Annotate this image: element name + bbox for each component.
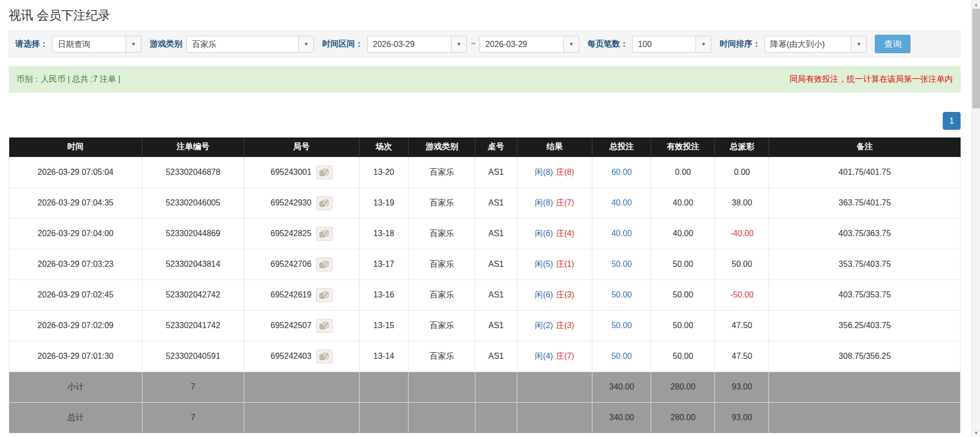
- cell-valid-bet: 40.00: [651, 188, 715, 218]
- cell-session: 13-16: [359, 280, 409, 310]
- chevron-down-icon[interactable]: ▾: [696, 36, 711, 52]
- cell-valid-bet: 50.00: [651, 341, 715, 372]
- cell-table: AS1: [475, 157, 517, 188]
- cell-round: 695242825: [244, 218, 359, 249]
- chevron-down-icon[interactable]: ▾: [851, 36, 866, 52]
- cell-round: 695243001: [244, 157, 359, 188]
- page-button-1[interactable]: 1: [943, 112, 961, 130]
- date-from-value: 2026-03-29: [368, 36, 451, 52]
- bet-record-row: 2026-03-29 07:02:45 523302042742 6952426…: [9, 280, 961, 310]
- cell-bet-id: 523302046005: [142, 188, 244, 218]
- col-game-type: 游戏类别: [409, 137, 475, 157]
- chevron-down-icon[interactable]: ▾: [298, 36, 314, 52]
- result-banker: 庄(7): [556, 352, 575, 360]
- cell-time: 2026-03-29 07:02:45: [9, 280, 142, 310]
- game-type-label: 游戏类别: [150, 39, 182, 50]
- cell-note: 403.75/353.75: [769, 280, 961, 310]
- round-number: 695243001: [271, 168, 312, 177]
- subtotal-count: 7: [142, 372, 244, 402]
- page-size-select[interactable]: 100 ▾: [632, 36, 711, 53]
- cell-result: 闲(6)庄(3): [517, 280, 592, 310]
- scrollbar-up-arrow-icon[interactable]: ▲: [972, 0, 980, 9]
- subtotal-row: 小计 7 340.00 280.00 93.00: [9, 372, 961, 402]
- result-player: 闲(8): [535, 168, 553, 176]
- chevron-down-icon[interactable]: ▾: [451, 36, 466, 52]
- cell-valid-bet: 0.00: [651, 157, 715, 188]
- query-type-select[interactable]: 日期查询 ▾: [52, 36, 141, 53]
- chevron-down-icon[interactable]: ▾: [563, 36, 579, 52]
- page-size-group: 每页笔数： 100 ▾: [587, 36, 711, 53]
- scrollbar-down-arrow-icon[interactable]: ▼: [972, 428, 980, 437]
- cell-valid-bet: 50.00: [651, 280, 715, 310]
- cell-game-type: 百家乐: [409, 249, 475, 280]
- dice-icon: [319, 261, 329, 268]
- cell-time: 2026-03-29 07:04:35: [9, 188, 142, 218]
- date-from-select[interactable]: 2026-03-29 ▾: [367, 36, 467, 53]
- cell-time: 2026-03-29 07:03:23: [9, 249, 142, 280]
- window-scrollbar[interactable]: ▲ ▼: [971, 0, 980, 437]
- cell-result: 闲(8)庄(7): [517, 188, 592, 218]
- total-valid-bet: 280.00: [651, 402, 715, 433]
- cell-bet-id: 523302040591: [142, 341, 244, 372]
- page-size-label: 每页笔数：: [587, 39, 628, 50]
- cell-note: 308.75/356.25: [769, 341, 961, 372]
- game-type-select[interactable]: 百家乐 ▾: [186, 36, 314, 53]
- total-total-bet: 340.00: [592, 402, 651, 433]
- cell-result: 闲(2)庄(3): [517, 310, 592, 341]
- cell-result: 闲(5)庄(1): [517, 249, 592, 280]
- round-number: 695242930: [271, 198, 312, 208]
- game-record-button[interactable]: [316, 288, 332, 302]
- col-total-bet: 总投注: [592, 137, 651, 157]
- round-number: 695242706: [271, 260, 312, 269]
- search-button[interactable]: 查询: [875, 35, 911, 53]
- currency-summary-text: 币别：人民币 | 总共 :7 注单 |: [16, 74, 121, 85]
- cell-note: 363.75/401.75: [769, 188, 961, 218]
- cell-table: AS1: [475, 341, 517, 372]
- cell-game-type: 百家乐: [409, 280, 475, 310]
- game-record-button[interactable]: [316, 350, 332, 363]
- summary-bar: 币别：人民币 | 总共 :7 注单 | 同局有效投注，统一计算在该局第一张注单内: [9, 66, 961, 93]
- same-round-notice-text: 同局有效投注，统一计算在该局第一张注单内: [790, 74, 953, 85]
- sort-order-select[interactable]: 降幂(由大到小) ▾: [764, 36, 867, 53]
- cell-table: AS1: [475, 280, 517, 310]
- result-player: 闲(5): [535, 260, 553, 268]
- subtotal-valid-bet: 280.00: [651, 372, 715, 402]
- cell-bet-id: 523302043814: [142, 249, 244, 280]
- cell-total-bet: 50.00: [592, 341, 651, 372]
- cell-result: 闲(8)庄(8): [517, 157, 592, 188]
- header-row: 时间 注单编号 局号 场次 游戏类别 桌号 结果 总投注 有效投注 总派彩 备注: [9, 137, 961, 157]
- cell-session: 13-18: [359, 218, 409, 249]
- bet-record-row: 2026-03-29 07:01:30 523302040591 6952424…: [9, 341, 961, 372]
- cell-payout: 47.50: [715, 341, 769, 372]
- cell-table: AS1: [475, 188, 517, 218]
- total-payout: 93.00: [715, 402, 769, 433]
- game-record-button[interactable]: [316, 196, 332, 210]
- game-record-button[interactable]: [316, 319, 332, 333]
- col-payout: 总派彩: [715, 137, 769, 157]
- cell-total-bet: 50.00: [592, 249, 651, 280]
- chevron-down-icon[interactable]: ▾: [126, 36, 141, 52]
- cell-note: 356.25/403.75: [769, 310, 961, 341]
- cell-valid-bet: 50.00: [651, 310, 715, 341]
- result-banker: 庄(8): [556, 168, 575, 176]
- table-header: 时间 注单编号 局号 场次 游戏类别 桌号 结果 总投注 有效投注 总派彩 备注: [9, 137, 961, 157]
- cell-payout: 47.50: [715, 310, 769, 341]
- subtotal-payout: 93.00: [715, 372, 769, 402]
- game-record-button[interactable]: [316, 227, 332, 241]
- round-number: 695242825: [271, 229, 312, 238]
- subtotal-label: 小计: [9, 372, 142, 402]
- game-record-button[interactable]: [316, 166, 332, 179]
- cell-note: 353.75/403.75: [769, 249, 961, 280]
- cell-payout: 38.00: [715, 188, 769, 218]
- scrollbar-thumb[interactable]: [972, 9, 980, 108]
- cell-game-type: 百家乐: [409, 188, 475, 218]
- query-type-label: 请选择：: [15, 39, 48, 50]
- dice-icon: [319, 169, 329, 176]
- cell-round: 695242507: [244, 310, 359, 341]
- table-footer: 小计 7 340.00 280.00 93.00 总计 7 3: [9, 372, 961, 433]
- bet-record-row: 2026-03-29 07:04:35 523302046005 6952429…: [9, 188, 961, 218]
- cell-bet-id: 523302041742: [142, 310, 244, 341]
- game-record-button[interactable]: [316, 258, 332, 271]
- cell-note: 401.75/401.75: [769, 157, 961, 188]
- date-to-select[interactable]: 2026-03-29 ▾: [480, 36, 579, 53]
